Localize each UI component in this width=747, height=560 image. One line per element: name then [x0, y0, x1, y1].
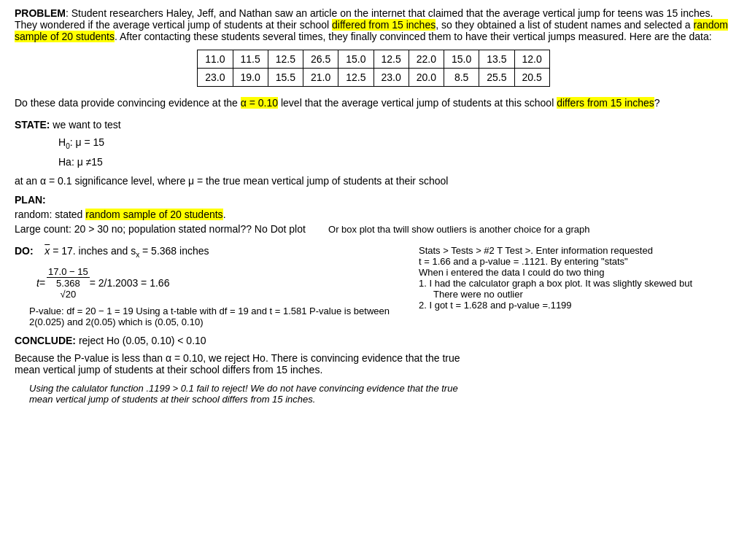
cell: 20.0	[409, 69, 444, 87]
large-count-line: Large count: 20 > 30 no; population stat…	[15, 223, 732, 235]
do-header: DO: x = 17. inches and sx = 5.368 inches	[15, 245, 390, 259]
denominator: 5.368 √20	[47, 278, 90, 300]
problem-label: PROBLEM	[15, 7, 66, 19]
because-line1: Because the P-value is less than α = 0.1…	[15, 352, 732, 364]
question-section: Do these data provide convincing evidenc…	[15, 97, 732, 109]
do-section: DO: x = 17. inches and sx = 5.368 inches…	[15, 245, 732, 327]
stats-note4: 1. I had the calculator graph a box plot…	[419, 278, 692, 289]
numerator: 17.0 − 15	[47, 266, 90, 278]
question-text: Do these data provide convincing evidenc…	[15, 97, 732, 109]
plan-header: PLAN:	[15, 194, 732, 206]
cell: 22.0	[409, 50, 444, 69]
cell: 12.5	[338, 69, 374, 87]
pvalue-block: P-value: df = 20 − 1 = 19 Using a t-tabl…	[29, 306, 390, 327]
result-text: = 2/1.2003 = 1.66	[90, 277, 170, 289]
cell: 8.5	[444, 69, 479, 87]
because-line2: mean vertical jump of students at their …	[15, 364, 732, 376]
cell: 20.5	[514, 69, 549, 87]
t-fraction: 17.0 − 15 5.368 √20	[47, 266, 90, 300]
conclude-section: CONCLUDE: reject Ho (0.05, 0.10) < 0.10 …	[15, 335, 732, 405]
conclude-text: reject Ho (0.05, 0.10) < 0.10	[76, 335, 206, 346]
cell: 15.5	[268, 69, 303, 87]
conclude-header: CONCLUDE: reject Ho (0.05, 0.10) < 0.10	[15, 335, 732, 346]
data-table: 11.0 11.5 12.5 26.5 15.0 12.5 22.0 15.0 …	[197, 50, 550, 87]
equals-sign: =	[39, 277, 45, 289]
pvalue-line1: P-value: df = 20 − 1 = 19 Using a t-tabl…	[29, 306, 390, 316]
state-label: STATE:	[15, 119, 50, 131]
cell: 15.0	[338, 50, 374, 69]
state-header: STATE: we want to test	[15, 119, 732, 131]
do-label: DO:	[15, 245, 34, 257]
calc-note: Using the calulator function .1199 > 0.1…	[29, 383, 732, 405]
conclude-label: CONCLUDE:	[15, 335, 76, 346]
cell: 12.0	[514, 50, 549, 69]
stats-note5: There were no outlier	[433, 289, 692, 300]
stats-note2: t = 1.66 and a p-value = .1121. By enter…	[419, 256, 692, 267]
table-row: 11.0 11.5 12.5 26.5 15.0 12.5 22.0 15.0 …	[198, 50, 550, 69]
cell: 13.5	[479, 50, 514, 69]
or-note: Or box plot tha twill show outliers is a…	[328, 224, 589, 235]
cell: 21.0	[303, 69, 338, 87]
random-line: random: stated random sample of 20 stude…	[15, 209, 732, 220]
stats-note6: 2. I got t = 1.628 and p-value =.1199	[419, 300, 692, 311]
cell: 23.0	[374, 69, 409, 87]
differs-highlight: differs from 15 inches	[557, 97, 654, 109]
cell: 12.5	[374, 50, 409, 69]
ha-line: Ha: μ ≠15	[58, 156, 732, 168]
significance-text: at an α = 0.1 significance level, where …	[15, 175, 732, 187]
highlight-differed: differed from 15 inches	[332, 19, 436, 31]
cell: 11.5	[233, 50, 268, 69]
data-table-container: 11.0 11.5 12.5 26.5 15.0 12.5 22.0 15.0 …	[15, 50, 732, 87]
random-text: random: stated random sample of 20 stude…	[15, 209, 732, 220]
formula-row: t = 17.0 − 15 5.368 √20 = 2/1.2003 = 1.6…	[36, 266, 390, 300]
large-count-text: Large count: 20 > 30 no; population stat…	[15, 223, 732, 235]
ha-text: Ha: μ ≠15	[58, 156, 732, 168]
denom-num: 5.368	[56, 278, 80, 289]
do-left: DO: x = 17. inches and sx = 5.368 inches…	[15, 245, 390, 327]
table-row: 23.0 19.0 15.5 21.0 12.5 23.0 20.0 8.5 2…	[198, 69, 550, 87]
alpha-highlight: α = 0.10	[241, 97, 278, 109]
cell: 26.5	[303, 50, 338, 69]
calc-note2: mean vertical jump of students at their …	[29, 394, 732, 405]
problem-text: PROBLEM: Student researchers Haley, Jeff…	[15, 7, 732, 42]
plan-label: PLAN:	[15, 194, 46, 206]
random-highlight: random sample of 20 students	[85, 209, 222, 220]
stats-note1: Stats > Tests > #2 T Test >. Enter infor…	[419, 245, 692, 256]
cell: 12.5	[268, 50, 303, 69]
h0-line: H0: μ = 15	[58, 136, 732, 150]
h0-text: H0: μ = 15	[58, 136, 732, 150]
cell: 19.0	[233, 69, 268, 87]
do-content: DO: x = 17. inches and sx = 5.368 inches…	[15, 245, 732, 327]
plan-section: PLAN: random: stated random sample of 20…	[15, 194, 732, 235]
problem-section: PROBLEM: Student researchers Haley, Jeff…	[15, 7, 732, 42]
calc-note1: Using the calulator function .1199 > 0.1…	[29, 383, 732, 394]
denom-den: √20	[61, 289, 77, 300]
cell: 25.5	[479, 69, 514, 87]
xbar: x	[44, 245, 50, 257]
cell: 11.0	[198, 50, 233, 69]
because-block: Because the P-value is less than α = 0.1…	[15, 352, 732, 376]
page-content: PROBLEM: Student researchers Haley, Jeff…	[15, 7, 732, 405]
cell: 23.0	[198, 69, 233, 87]
stats-note3: When i entered the data I could do two t…	[419, 267, 692, 278]
cell: 15.0	[444, 50, 479, 69]
state-section: STATE: we want to test H0: μ = 15 Ha: μ …	[15, 119, 732, 187]
pvalue-line2: 2(0.025) and 2(0.05) which is (0.05, 0.1…	[29, 316, 390, 327]
stats-notes: Stats > Tests > #2 T Test >. Enter infor…	[419, 245, 692, 311]
xbar-value: = 17. inches and sx = 5.368 inches	[53, 245, 209, 257]
significance-line: at an α = 0.1 significance level, where …	[15, 175, 732, 187]
